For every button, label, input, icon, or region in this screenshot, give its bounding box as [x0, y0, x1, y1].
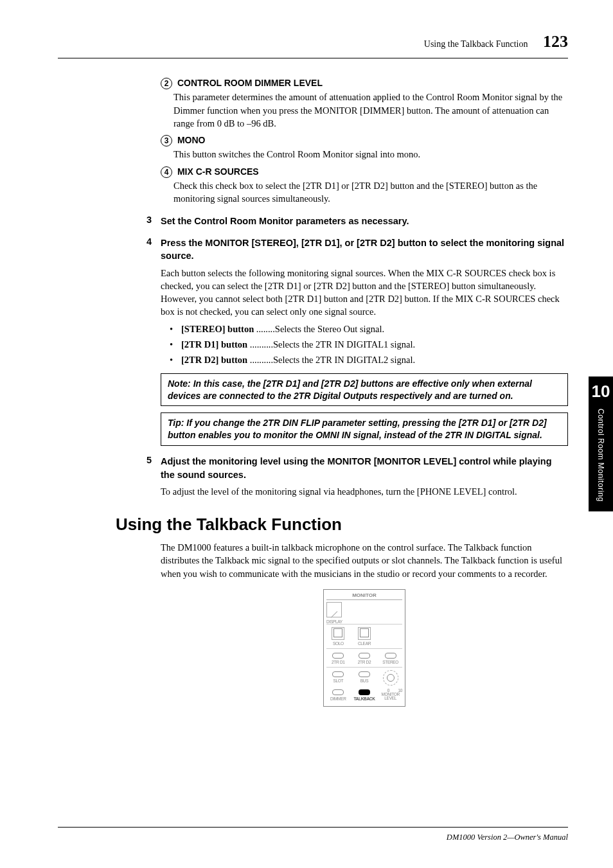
step-5-num: 5 — [147, 455, 161, 498]
note-box: Note: In this case, the [2TR D1] and [2T… — [161, 373, 568, 407]
note-label: Note: — [168, 378, 191, 389]
step-4-title: Press the MONITOR [STEREO], [2TR D1], or… — [161, 236, 568, 263]
bullet-dot-icon: • — [170, 338, 181, 351]
bus-button-icon — [359, 671, 370, 677]
circle-4-icon: 4 — [161, 166, 172, 178]
2trd2-button-icon — [359, 653, 370, 659]
param-4-title: MIX C-R SOURCES — [177, 166, 259, 177]
bullet-dot-icon: • — [170, 353, 181, 366]
param-2-body: This parameter determines the amount of … — [173, 91, 568, 130]
page-container: Using the Talkback Function 123 2 CONTRO… — [0, 0, 613, 868]
param-4-heading: 4 MIX C-R SOURCES — [161, 166, 568, 178]
mp-display-label: DISPLAY — [326, 619, 402, 624]
solo-button-icon — [333, 628, 342, 637]
bullet-0-dots: ........ — [254, 324, 275, 334]
bullet-dot-icon: • — [170, 323, 181, 335]
page-footer: DM1000 Version 2—Owner's Manual — [58, 827, 568, 842]
step-5: 5 Adjust the monitoring level using the … — [161, 455, 568, 498]
monitor-panel-figure: MONITOR DISPLAY SOLO CLEAR 2TR D1 2TR D2… — [323, 589, 405, 707]
chapter-tab: 10 Control Room Monitoring — [589, 376, 613, 511]
mp-talkback: TALKBACK — [353, 696, 377, 701]
step-3-title: Set the Control Room Monitor parameters … — [161, 215, 568, 227]
stereo-button-icon — [385, 653, 396, 659]
param-2-heading: 2 CONTROL ROOM DIMMER LEVEL — [161, 78, 568, 89]
slot-button-icon — [332, 671, 344, 677]
bullet-0-label: [STEREO] button — [181, 324, 254, 334]
level-knob-icon — [383, 670, 398, 686]
step-4-body: Each button selects the following monito… — [161, 267, 568, 319]
param-3-title: MONO — [177, 135, 206, 145]
mp-level: MONITOR LEVEL — [378, 693, 402, 701]
bullet-stereo: • [STEREO] button ........Selects the St… — [170, 323, 568, 335]
tip-box: Tip: If you change the 2TR DIN FLIP para… — [161, 412, 568, 446]
mp-slot: SLOT — [326, 678, 350, 683]
mp-dimmer: DIMMER — [326, 696, 350, 701]
mp-bus: BUS — [353, 678, 377, 683]
bullet-2-label: [2TR D2] button — [181, 355, 247, 365]
page-number: 123 — [543, 32, 568, 51]
bullet-2trd1: • [2TR D1] button ..........Selects the … — [170, 338, 568, 351]
mp-d1: 2TR D1 — [326, 660, 350, 664]
talkback-button-icon — [359, 689, 370, 695]
mp-solo: SOLO — [326, 641, 350, 646]
param-3-body: This button switches the Control Room Mo… — [173, 148, 568, 161]
mp-clear: CLEAR — [353, 641, 377, 646]
mp-stereo: STEREO — [378, 660, 402, 664]
mp-d2: 2TR D2 — [353, 660, 377, 664]
header-title: Using the Talkback Function — [424, 39, 528, 49]
param-2-title: CONTROL ROOM DIMMER LEVEL — [177, 78, 323, 88]
tip-body: If you change the 2TR DIN FLIP parameter… — [168, 418, 547, 440]
step-5-title: Adjust the monitoring level using the MO… — [161, 455, 568, 481]
tip-label: Tip: — [168, 418, 184, 428]
bullet-1-label: [2TR D1] button — [181, 339, 247, 350]
mp-title: MONITOR — [326, 592, 402, 600]
clear-button-icon — [360, 628, 369, 637]
step-3-num: 3 — [147, 215, 161, 227]
param-3-heading: 3 MONO — [161, 135, 568, 146]
2trd1-button-icon — [332, 653, 344, 659]
note-body: In this case, the [2TR D1] and [2TR D2] … — [168, 378, 532, 401]
bullet-1-desc: Selects the 2TR IN DIGITAL1 signal. — [273, 339, 415, 350]
step-5-body: To adjust the level of the monitoring si… — [161, 485, 568, 498]
bullet-2trd2: • [2TR D2] button ..........Selects the … — [170, 353, 568, 366]
chapter-label: Control Room Monitoring — [596, 409, 605, 502]
circle-2-icon: 2 — [161, 78, 172, 89]
page-header: Using the Talkback Function 123 — [58, 32, 568, 58]
bullet-1-dots: .......... — [247, 339, 273, 350]
circle-3-icon: 3 — [161, 135, 172, 146]
step-3: 3 Set the Control Room Monitor parameter… — [161, 215, 568, 227]
step-4: 4 Press the MONITOR [STEREO], [2TR D1], … — [161, 236, 568, 446]
dimmer-button-icon — [332, 689, 344, 695]
bullet-2-desc: Selects the 2TR IN DIGITAL2 signal. — [273, 355, 415, 365]
param-4-body: Check this check box to select the [2TR … — [173, 179, 568, 206]
mic-icon — [326, 602, 342, 617]
section-body: The DM1000 features a built-in talkback … — [161, 541, 568, 580]
chapter-number: 10 — [589, 376, 613, 402]
content-block: 2 CONTROL ROOM DIMMER LEVEL This paramet… — [161, 78, 568, 498]
bullet-2-dots: .......... — [247, 355, 273, 365]
step-4-num: 4 — [147, 236, 161, 446]
section-title: Using the Talkback Function — [116, 515, 568, 535]
bullet-0-desc: Selects the Stereo Out signal. — [275, 324, 384, 334]
